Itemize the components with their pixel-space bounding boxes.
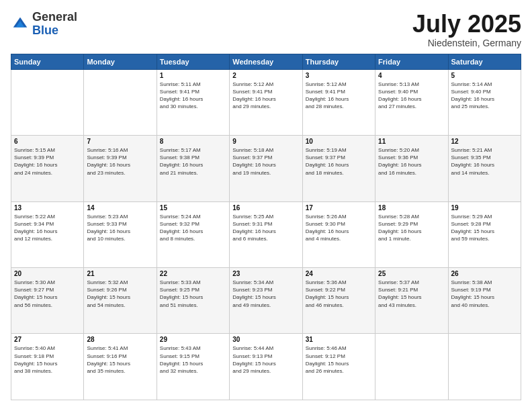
day-number: 6 [14,138,81,145]
calendar-cell: 9Sunrise: 5:18 AM Sunset: 9:37 PM Daylig… [230,136,302,201]
day-number: 8 [160,138,226,145]
col-saturday: Saturday [448,54,521,69]
col-friday: Friday [375,54,448,69]
day-number: 29 [160,336,226,343]
day-info: Sunrise: 5:37 AM Sunset: 9:21 PM Dayligh… [378,279,445,309]
day-info: Sunrise: 5:22 AM Sunset: 9:34 PM Dayligh… [14,213,81,243]
day-info: Sunrise: 5:15 AM Sunset: 9:39 PM Dayligh… [14,146,81,177]
day-info: Sunrise: 5:21 AM Sunset: 9:35 PM Dayligh… [451,146,518,177]
calendar-cell: 29Sunrise: 5:43 AM Sunset: 9:15 PM Dayli… [157,334,229,400]
day-number: 13 [14,204,81,212]
day-number: 4 [378,72,445,79]
day-info: Sunrise: 5:23 AM Sunset: 9:33 PM Dayligh… [87,213,153,243]
day-number: 18 [378,204,445,212]
day-number: 21 [87,270,153,277]
day-number: 24 [306,270,372,277]
title-block: July 2025 Niedenstein, Germany [412,11,521,48]
day-number: 31 [306,336,372,343]
calendar-cell [84,69,157,135]
calendar-cell: 22Sunrise: 5:33 AM Sunset: 9:25 PM Dayli… [157,268,229,334]
location-subtitle: Niedenstein, Germany [412,38,521,48]
day-number: 30 [232,336,299,343]
logo-blue: Blue [32,24,58,37]
calendar-cell: 30Sunrise: 5:44 AM Sunset: 9:13 PM Dayli… [230,334,302,400]
calendar-week-row: 6Sunrise: 5:15 AM Sunset: 9:39 PM Daylig… [11,136,521,201]
day-info: Sunrise: 5:16 AM Sunset: 9:39 PM Dayligh… [87,146,153,177]
calendar-cell: 31Sunrise: 5:46 AM Sunset: 9:12 PM Dayli… [302,334,375,400]
day-info: Sunrise: 5:30 AM Sunset: 9:27 PM Dayligh… [14,279,81,309]
calendar-cell: 15Sunrise: 5:24 AM Sunset: 9:32 PM Dayli… [157,201,229,267]
calendar-week-row: 1Sunrise: 5:11 AM Sunset: 9:41 PM Daylig… [11,69,521,135]
day-number: 20 [14,270,81,277]
day-info: Sunrise: 5:20 AM Sunset: 9:36 PM Dayligh… [378,146,445,177]
day-number: 22 [160,270,226,277]
header: General Blue July 2025 Niedenstein, Germ… [11,11,521,48]
calendar-week-row: 20Sunrise: 5:30 AM Sunset: 9:27 PM Dayli… [11,268,521,334]
col-tuesday: Tuesday [157,54,229,69]
calendar-cell: 18Sunrise: 5:28 AM Sunset: 9:29 PM Dayli… [375,201,448,267]
day-info: Sunrise: 5:38 AM Sunset: 9:19 PM Dayligh… [451,279,518,309]
calendar-cell: 5Sunrise: 5:14 AM Sunset: 9:40 PM Daylig… [448,69,521,135]
calendar-cell: 25Sunrise: 5:37 AM Sunset: 9:21 PM Dayli… [375,268,448,334]
day-info: Sunrise: 5:25 AM Sunset: 9:31 PM Dayligh… [232,213,299,243]
day-number: 16 [232,204,299,212]
col-wednesday: Wednesday [230,54,302,69]
col-monday: Monday [84,54,157,69]
calendar-cell: 23Sunrise: 5:34 AM Sunset: 9:23 PM Dayli… [230,268,302,334]
calendar-week-row: 27Sunrise: 5:40 AM Sunset: 9:18 PM Dayli… [11,334,521,400]
day-info: Sunrise: 5:18 AM Sunset: 9:37 PM Dayligh… [232,146,299,177]
day-info: Sunrise: 5:12 AM Sunset: 9:41 PM Dayligh… [232,81,299,111]
day-number: 17 [306,204,372,212]
day-number: 5 [451,72,518,79]
day-info: Sunrise: 5:36 AM Sunset: 9:22 PM Dayligh… [306,279,372,309]
logo: General Blue [11,11,77,38]
day-number: 14 [87,204,153,212]
day-info: Sunrise: 5:40 AM Sunset: 9:18 PM Dayligh… [14,345,81,375]
calendar-cell: 28Sunrise: 5:41 AM Sunset: 9:16 PM Dayli… [84,334,157,400]
calendar-cell: 4Sunrise: 5:13 AM Sunset: 9:40 PM Daylig… [375,69,448,135]
calendar-cell: 21Sunrise: 5:32 AM Sunset: 9:26 PM Dayli… [84,268,157,334]
day-number: 3 [306,72,372,79]
day-number: 11 [378,138,445,145]
day-number: 2 [232,72,299,79]
day-info: Sunrise: 5:11 AM Sunset: 9:41 PM Dayligh… [160,81,226,111]
calendar-cell: 17Sunrise: 5:26 AM Sunset: 9:30 PM Dayli… [302,201,375,267]
day-info: Sunrise: 5:32 AM Sunset: 9:26 PM Dayligh… [87,279,153,309]
calendar-cell [11,69,84,135]
col-thursday: Thursday [302,54,375,69]
day-info: Sunrise: 5:13 AM Sunset: 9:40 PM Dayligh… [378,81,445,111]
calendar-cell: 2Sunrise: 5:12 AM Sunset: 9:41 PM Daylig… [230,69,302,135]
calendar-cell: 14Sunrise: 5:23 AM Sunset: 9:33 PM Dayli… [84,201,157,267]
day-info: Sunrise: 5:33 AM Sunset: 9:25 PM Dayligh… [160,279,226,309]
day-info: Sunrise: 5:24 AM Sunset: 9:32 PM Dayligh… [160,213,226,243]
calendar-cell: 13Sunrise: 5:22 AM Sunset: 9:34 PM Dayli… [11,201,84,267]
calendar-table: Sunday Monday Tuesday Wednesday Thursday… [11,54,521,400]
day-number: 7 [87,138,153,145]
day-number: 15 [160,204,226,212]
calendar-cell: 16Sunrise: 5:25 AM Sunset: 9:31 PM Dayli… [230,201,302,267]
day-number: 1 [160,72,226,79]
day-info: Sunrise: 5:19 AM Sunset: 9:37 PM Dayligh… [306,146,372,177]
day-number: 28 [87,336,153,343]
calendar-cell: 24Sunrise: 5:36 AM Sunset: 9:22 PM Dayli… [302,268,375,334]
day-info: Sunrise: 5:41 AM Sunset: 9:16 PM Dayligh… [87,345,153,375]
day-info: Sunrise: 5:29 AM Sunset: 9:28 PM Dayligh… [451,213,518,243]
day-number: 10 [306,138,372,145]
calendar-cell: 3Sunrise: 5:12 AM Sunset: 9:41 PM Daylig… [302,69,375,135]
calendar-cell: 7Sunrise: 5:16 AM Sunset: 9:39 PM Daylig… [84,136,157,201]
calendar-cell [375,334,448,400]
day-number: 12 [451,138,518,145]
day-info: Sunrise: 5:12 AM Sunset: 9:41 PM Dayligh… [306,81,372,111]
day-info: Sunrise: 5:17 AM Sunset: 9:38 PM Dayligh… [160,146,226,177]
day-info: Sunrise: 5:14 AM Sunset: 9:40 PM Dayligh… [451,81,518,111]
day-number: 9 [232,138,299,145]
col-sunday: Sunday [11,54,84,69]
calendar-header-row: Sunday Monday Tuesday Wednesday Thursday… [11,54,521,69]
calendar-cell: 19Sunrise: 5:29 AM Sunset: 9:28 PM Dayli… [448,201,521,267]
calendar-cell: 26Sunrise: 5:38 AM Sunset: 9:19 PM Dayli… [448,268,521,334]
calendar-cell: 12Sunrise: 5:21 AM Sunset: 9:35 PM Dayli… [448,136,521,201]
calendar-cell: 20Sunrise: 5:30 AM Sunset: 9:27 PM Dayli… [11,268,84,334]
calendar-cell: 10Sunrise: 5:19 AM Sunset: 9:37 PM Dayli… [302,136,375,201]
day-info: Sunrise: 5:43 AM Sunset: 9:15 PM Dayligh… [160,345,226,375]
day-info: Sunrise: 5:44 AM Sunset: 9:13 PM Dayligh… [232,345,299,375]
